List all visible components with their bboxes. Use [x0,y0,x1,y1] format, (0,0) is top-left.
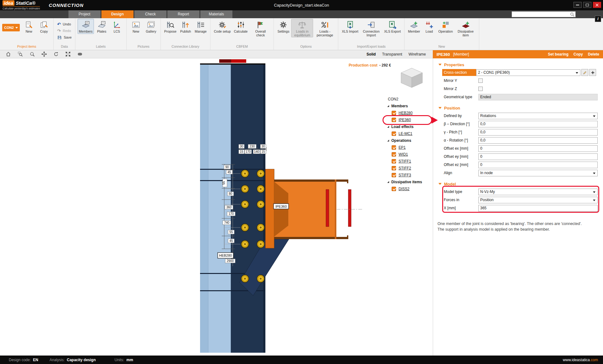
gallery-button[interactable]: Gallery [144,19,158,34]
tree-root-con2[interactable]: CON2 [385,96,432,103]
expander-icon[interactable] [387,181,389,183]
members-labels-button[interactable]: Members [78,19,94,34]
tab-report[interactable]: Report [167,10,199,18]
set-bearing-button[interactable]: Set bearing [548,52,568,56]
alpha-rotation-input[interactable]: 0,0 [478,137,598,144]
scene-canvas[interactable]: 230 170 140 30 15 30 15 90 45 55 80 360 … [0,58,433,356]
svg-text:170: 170 [246,150,251,153]
new-operation-button[interactable]: Operation [437,19,454,34]
loads-in-equilibrium-button[interactable]: Loads in equilibrium [291,19,313,37]
tree-header-operations[interactable]: Operations [385,137,432,144]
calculate-button[interactable]: Calculate [233,19,249,34]
tab-design[interactable]: Design [101,10,133,18]
mirror-z-checkbox[interactable] [478,87,483,91]
tab-check[interactable]: Check [134,10,166,18]
copy-project-item-button[interactable]: Copy [37,19,51,34]
connection-import-button[interactable]: Connection Import [360,19,382,37]
code-setup-button[interactable]: Code setup [213,19,232,34]
expander-icon[interactable] [387,105,389,107]
manage-button[interactable]: Manage [193,19,208,34]
beta-direction-input[interactable]: 0,0 [478,121,598,127]
publish-icon [182,21,190,29]
connection-selector-button[interactable]: CON2 [2,24,20,31]
zoom-window-button[interactable] [16,51,24,58]
tree-item-stiff1[interactable]: STIFF1 [385,158,432,165]
section-header-position[interactable]: Position [433,104,603,112]
xls-export-button[interactable]: XLS Export [383,19,402,34]
copy-member-button[interactable]: Copy [573,52,583,56]
website-link[interactable]: www.ideastatica.com [563,358,598,362]
gamma-pitch-input[interactable]: 0,0 [478,129,598,136]
end-plate[interactable] [265,169,274,248]
publish-button[interactable]: Publish [178,19,193,34]
delete-member-button[interactable]: Delete [588,52,599,56]
checkbox-checked-icon[interactable] [392,187,396,191]
zoom-fit-button[interactable] [64,51,72,58]
tab-project[interactable]: Project [68,10,100,18]
maximize-button[interactable] [583,2,591,8]
new-load-button[interactable]: Load [422,19,437,34]
overall-check-button[interactable]: Overall check [249,19,271,37]
checkbox-checked-icon[interactable] [392,145,396,150]
tree-item-diss2[interactable]: DISS2 [385,185,432,192]
tree-item-le-mc1[interactable]: LE-MC1 [385,130,432,137]
new-project-item-button[interactable]: New [22,19,36,34]
chevron-down-icon [15,27,18,29]
checkbox-checked-icon[interactable] [392,152,396,157]
view-mode-transparent[interactable]: Transparent [382,52,402,56]
tab-materials[interactable]: Materials [200,10,232,18]
expander-icon[interactable] [387,140,389,142]
view-mode-wireframe[interactable]: Wireframe [409,52,426,56]
view-mode-solid[interactable]: Solid [367,52,376,56]
save-button[interactable]: Save [56,35,73,40]
offset-ex-input[interactable]: 0 [478,145,598,152]
checkbox-checked-icon[interactable] [392,173,396,177]
redo-button[interactable]: ↷ Redo [56,28,73,34]
cross-section-dropdown[interactable]: 2 - CON1 (IPE360) [476,69,580,76]
lcs-labels-button[interactable]: LCS [110,19,124,34]
expander-icon[interactable] [387,126,389,128]
tree-header-members[interactable]: Members [385,103,432,110]
add-cross-section-button[interactable] [589,69,596,76]
checkbox-checked-icon[interactable] [392,159,396,163]
checkbox-checked-icon[interactable] [392,111,396,115]
tree-item-wid1[interactable]: WID1 [385,151,432,158]
dissipative-zone-plate[interactable] [326,190,329,227]
tree-item-ep1[interactable]: EP1 [385,144,432,151]
tree-item-stiff3[interactable]: STIFF3 [385,172,432,179]
loads-percentage-button[interactable]: Loads - percentage [314,19,336,37]
new-member-button[interactable]: Member [407,19,421,34]
edit-cross-section-button[interactable] [581,69,588,76]
dissipative-zone-plate[interactable] [348,190,351,227]
zoom-button[interactable] [28,51,36,58]
section-header-properties[interactable]: Properties [433,61,603,68]
new-picture-button[interactable]: New [129,19,143,34]
new-dissipative-item-button[interactable]: Dissipative item [455,19,477,37]
mirror-y-checkbox[interactable] [478,78,483,83]
plates-labels-button[interactable]: Plates [95,19,109,34]
viewport-3d[interactable]: 230 170 140 30 15 30 15 90 45 55 80 360 … [0,58,433,356]
search-input[interactable] [512,12,568,18]
minimize-button[interactable] [573,2,582,8]
undo-button[interactable]: ↶ Undo [56,21,73,27]
tree-item-stiff2[interactable]: STIFF2 [385,165,432,172]
navigation-cube[interactable] [401,68,422,88]
propose-button[interactable]: Propose [163,19,178,34]
rotate-button[interactable] [52,51,60,58]
shading-mode-button[interactable] [76,51,84,58]
property-panel-header: IPE360 [Member] Set bearing Copy Delete [433,50,603,58]
pan-button[interactable] [40,51,48,58]
checkbox-checked-icon[interactable] [392,131,396,136]
xls-import-button[interactable]: XLS Import [340,19,360,34]
tree-header-dissipative-items[interactable]: Dissipative items [385,179,432,185]
checkbox-checked-icon[interactable] [392,166,396,170]
svg-text:230: 230 [250,145,255,148]
offset-ey-input[interactable]: 0 [478,153,598,160]
home-view-button[interactable] [4,51,12,58]
close-button[interactable] [593,2,601,8]
info-button[interactable]: i [595,16,601,22]
defined-by-dropdown[interactable]: Rotations [478,113,598,119]
offset-ez-input[interactable]: 0 [478,162,598,168]
settings-button[interactable]: Settings [276,19,291,34]
align-dropdown[interactable]: In node [478,170,598,176]
